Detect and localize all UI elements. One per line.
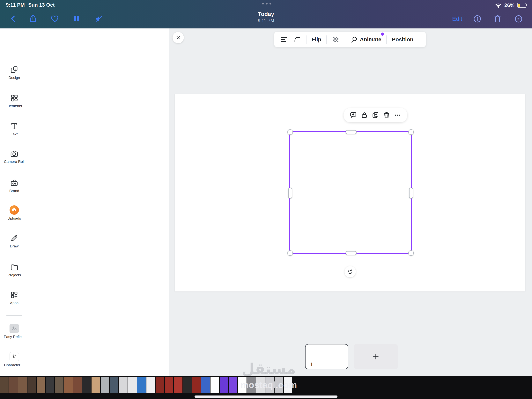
filmstrip-thumbnail[interactable] bbox=[275, 377, 283, 393]
resize-handle-bottom-left[interactable] bbox=[287, 250, 293, 256]
delete-element-button[interactable] bbox=[383, 111, 390, 119]
filmstrip-thumbnail[interactable] bbox=[119, 377, 127, 393]
sidebar-item-character[interactable]: Character ... bbox=[0, 352, 28, 367]
edit-button[interactable]: Edit bbox=[452, 16, 462, 22]
page-number: 1 bbox=[310, 362, 313, 367]
toolbar-divider bbox=[326, 35, 327, 44]
sidebar-item-easy-reflection[interactable]: Easy Refle... bbox=[0, 324, 28, 339]
resize-handle-top-right[interactable] bbox=[408, 129, 414, 135]
trash-icon bbox=[493, 14, 502, 23]
resize-handle-bottom-right[interactable] bbox=[408, 250, 414, 256]
filmstrip-thumbnail[interactable] bbox=[110, 377, 118, 393]
briefcase-icon bbox=[0, 179, 28, 187]
sidebar-item-text[interactable]: Text bbox=[0, 122, 28, 136]
filmstrip-thumbnail[interactable] bbox=[46, 377, 54, 393]
filmstrip-thumbnail[interactable] bbox=[82, 377, 91, 393]
mute-button[interactable] bbox=[95, 14, 103, 23]
filmstrip-thumbnail[interactable] bbox=[101, 377, 109, 393]
filmstrip-thumbnail[interactable] bbox=[266, 377, 274, 393]
adjust-lines-icon bbox=[280, 35, 288, 44]
duplicate-button[interactable] bbox=[372, 111, 379, 119]
filmstrip-thumbnail[interactable] bbox=[55, 377, 63, 393]
filmstrip-thumbnail[interactable] bbox=[229, 377, 237, 393]
resize-handle-top[interactable] bbox=[346, 130, 356, 134]
sidebar-item-apps[interactable]: Apps bbox=[0, 291, 28, 305]
filmstrip-thumbnail[interactable] bbox=[18, 377, 27, 393]
sidebar-item-camera-roll[interactable]: Camera Roll bbox=[0, 149, 28, 164]
back-button[interactable] bbox=[9, 14, 18, 23]
filmstrip-thumbnail[interactable] bbox=[37, 377, 45, 393]
filmstrip-thumbnail[interactable] bbox=[284, 377, 292, 393]
filmstrip-thumbnail[interactable] bbox=[128, 377, 137, 393]
mute-icon bbox=[95, 14, 103, 23]
element-toolbar: Flip Animate Position bbox=[274, 32, 426, 47]
sidebar-item-brand[interactable]: Brand bbox=[0, 179, 28, 193]
share-button[interactable] bbox=[28, 14, 37, 23]
share-icon bbox=[28, 14, 37, 23]
filmstrip-thumbnail[interactable] bbox=[92, 377, 100, 393]
filmstrip-thumbnail[interactable] bbox=[137, 377, 146, 393]
screen: 9:11 PM Sun 13 Oct 26% bbox=[0, 0, 532, 399]
comment-button[interactable] bbox=[349, 111, 357, 119]
battery-percent: 26% bbox=[504, 2, 514, 8]
filmstrip-thumbnail[interactable] bbox=[73, 377, 82, 393]
selection-box[interactable] bbox=[289, 131, 412, 254]
resize-handle-right[interactable] bbox=[409, 188, 413, 199]
trash-icon bbox=[383, 111, 390, 119]
close-icon bbox=[176, 35, 181, 40]
animate-label: Animate bbox=[360, 36, 381, 43]
filmstrip-thumbnail[interactable] bbox=[220, 377, 228, 393]
position-button[interactable]: Position bbox=[392, 36, 413, 43]
toolbar-divider bbox=[345, 35, 345, 44]
info-button[interactable] bbox=[473, 14, 482, 23]
filmstrip-thumbnail[interactable] bbox=[0, 377, 9, 393]
uploads-cloud-icon bbox=[0, 205, 28, 215]
add-page-button[interactable] bbox=[354, 344, 398, 369]
filmstrip-thumbnail[interactable] bbox=[192, 377, 201, 393]
sidebar-item-projects[interactable]: Projects bbox=[0, 263, 28, 277]
filmstrip-thumbnail[interactable] bbox=[9, 377, 18, 393]
filmstrip-thumbnail[interactable] bbox=[27, 377, 36, 393]
animate-icon bbox=[350, 36, 358, 44]
wifi-icon bbox=[495, 3, 502, 8]
delete-button[interactable] bbox=[493, 14, 502, 23]
filmstrip-thumbnail[interactable] bbox=[165, 377, 173, 393]
filmstrip-thumbnail[interactable] bbox=[210, 377, 219, 393]
filmstrip-thumbnail[interactable] bbox=[238, 377, 247, 393]
sidebar-item-elements[interactable]: Elements bbox=[0, 94, 28, 108]
filmstrip-thumbnail[interactable] bbox=[201, 377, 210, 393]
filmstrip bbox=[0, 377, 292, 393]
sidebar-item-uploads[interactable]: Uploads bbox=[0, 205, 28, 220]
pause-button[interactable] bbox=[72, 14, 81, 23]
folder-icon bbox=[0, 263, 28, 271]
info-icon bbox=[473, 14, 482, 23]
filmstrip-thumbnail[interactable] bbox=[146, 377, 155, 393]
elements-icon bbox=[0, 94, 28, 102]
rotate-button[interactable] bbox=[344, 266, 356, 277]
filmstrip-thumbnail[interactable] bbox=[156, 377, 164, 393]
transparency-button[interactable] bbox=[332, 36, 340, 44]
filmstrip-thumbnail[interactable] bbox=[183, 377, 192, 393]
filmstrip-thumbnail[interactable] bbox=[174, 377, 183, 393]
more-button[interactable] bbox=[514, 14, 523, 23]
resize-handle-bottom[interactable] bbox=[346, 251, 356, 255]
sidebar-item-draw[interactable]: Draw bbox=[0, 234, 28, 248]
animate-button[interactable]: Animate bbox=[350, 36, 381, 44]
page-thumbnail[interactable]: 1 bbox=[305, 344, 348, 369]
corner-radius-button[interactable] bbox=[293, 36, 301, 44]
filmstrip-thumbnail[interactable] bbox=[247, 377, 256, 393]
filmstrip-thumbnail[interactable] bbox=[64, 377, 73, 393]
more-options-button[interactable] bbox=[394, 111, 402, 119]
favorite-button[interactable] bbox=[50, 14, 59, 23]
flip-button[interactable]: Flip bbox=[311, 36, 321, 43]
filmstrip-thumbnail[interactable] bbox=[256, 377, 265, 393]
rotate-icon bbox=[347, 269, 353, 275]
sidebar-item-design[interactable]: Design bbox=[0, 65, 28, 80]
lock-button[interactable] bbox=[361, 111, 368, 119]
home-indicator[interactable] bbox=[195, 395, 337, 398]
resize-handle-left[interactable] bbox=[288, 188, 292, 199]
resize-handle-top-left[interactable] bbox=[287, 129, 293, 135]
selection-toolbar bbox=[343, 108, 407, 122]
adjust-button[interactable] bbox=[280, 35, 288, 44]
close-panel-button[interactable] bbox=[172, 32, 184, 43]
